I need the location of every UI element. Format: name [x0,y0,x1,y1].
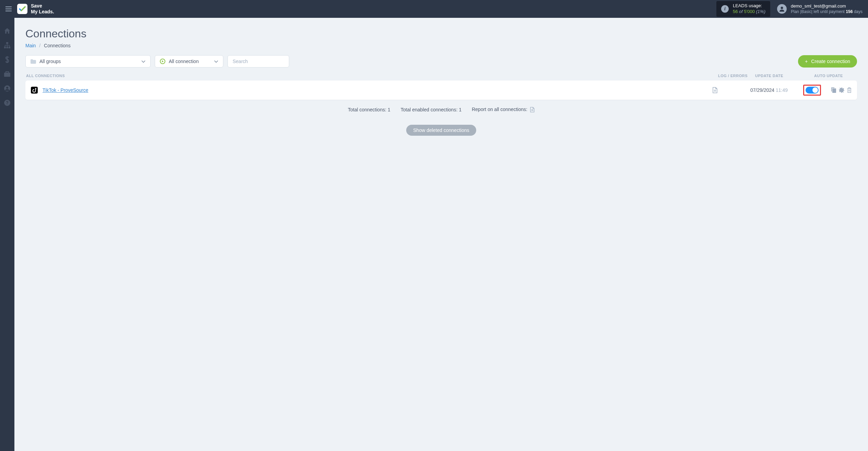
col-header-auto: AUTO UPDATE [800,74,856,78]
connection-title[interactable]: TikTok - ProveSource [43,87,713,93]
sidebar-item-integrations[interactable] [4,71,11,77]
table-headers: ALL CONNECTIONS LOG / ERRORS UPDATE DATE… [25,74,857,78]
update-date: 07/29/2024 11:49 [743,87,795,93]
groups-filter-label: All groups [39,59,61,64]
connection-row: TikTok - ProveSource 07/29/2024 11:49 [25,81,857,100]
document-icon [713,87,717,93]
report-button[interactable] [530,107,535,112]
delete-button[interactable] [847,87,852,93]
trash-icon [847,87,852,93]
logo-text: Save My Leads. [31,3,54,15]
stats-row: Total connections: 1 Total enabled conne… [25,107,857,112]
copy-icon [831,87,836,93]
dollar-icon [5,56,9,63]
settings-button[interactable] [839,87,844,93]
briefcase-icon [4,71,10,77]
info-icon: i [721,5,729,13]
row-actions [826,87,852,93]
col-header-log: LOG / ERRORS [717,74,748,78]
search-input-wrapper[interactable] [227,55,289,68]
gear-icon [839,87,844,93]
report-all: Report on all connections: [472,107,535,112]
svg-point-0 [781,7,783,9]
create-connection-button[interactable]: + Create connection [798,55,857,68]
menu-toggle-button[interactable] [5,7,12,11]
leads-usage-value: 56 of 5'000 (1%) [733,9,765,15]
svg-rect-2 [4,47,6,48]
breadcrumb-main[interactable]: Main [25,43,36,48]
svg-rect-3 [7,47,8,48]
show-deleted-button[interactable]: Show deleted connections [406,125,476,136]
svg-rect-10 [832,88,836,93]
sidebar-item-home[interactable] [4,27,11,34]
search-input[interactable] [233,59,284,64]
col-header-name: ALL CONNECTIONS [26,74,717,78]
sidebar-item-billing[interactable] [4,56,11,63]
user-avatar-icon [777,4,787,14]
breadcrumb-current: Connections [44,43,71,48]
leads-usage-panel: i LEADS usage: 56 of 5'000 (1%) [716,1,770,17]
home-icon [4,28,10,34]
hamburger-icon [5,7,12,11]
plus-icon: + [805,59,808,64]
breadcrumb: Main / Connections [25,43,857,48]
copy-button[interactable] [831,87,836,93]
log-button[interactable] [713,87,743,93]
tiktok-icon [31,87,38,94]
auto-update-toggle[interactable] [806,87,819,94]
groups-filter[interactable]: All groups [25,55,151,68]
svg-rect-1 [6,42,8,44]
total-connections: Total connections: 1 [348,107,390,112]
auto-update-cell [795,85,826,96]
sidebar-item-connections[interactable] [4,42,11,49]
page-title: Connections [25,27,857,40]
chevron-down-icon [214,60,218,63]
leads-usage-label: LEADS usage: [733,3,765,9]
logo-icon [17,4,27,14]
sitemap-icon [4,42,10,48]
filters-row: All groups All connection + Crea [25,55,857,68]
user-plan-info: Plan |Basic| left until payment 156 days [791,9,863,15]
play-icon [160,59,165,64]
svg-text:?: ? [6,100,8,105]
total-enabled: Total enabled connections: 1 [401,107,461,112]
logo[interactable]: Save My Leads. [17,3,54,15]
folder-icon [31,59,36,64]
col-header-date: UPDATE DATE [748,74,800,78]
sidebar: ? [0,18,14,145]
svg-rect-5 [4,73,10,77]
toggle-highlight [803,85,821,96]
connection-filter-label: All connection [169,59,199,64]
chevron-down-icon [141,60,145,63]
main-content: Connections Main / Connections All group… [14,18,868,145]
document-icon [530,107,535,112]
connection-filter[interactable]: All connection [155,55,223,68]
help-icon: ? [4,100,10,106]
svg-point-7 [6,87,8,89]
user-email: demo_sml_test@gmail.com [791,3,863,9]
user-icon [4,85,10,92]
sidebar-item-help[interactable]: ? [4,99,11,106]
sidebar-item-account[interactable] [4,85,11,92]
top-header: Save My Leads. i LEADS usage: 56 of 5'00… [0,0,868,18]
user-menu[interactable]: demo_sml_test@gmail.com Plan |Basic| lef… [777,3,863,14]
svg-rect-4 [9,47,10,48]
